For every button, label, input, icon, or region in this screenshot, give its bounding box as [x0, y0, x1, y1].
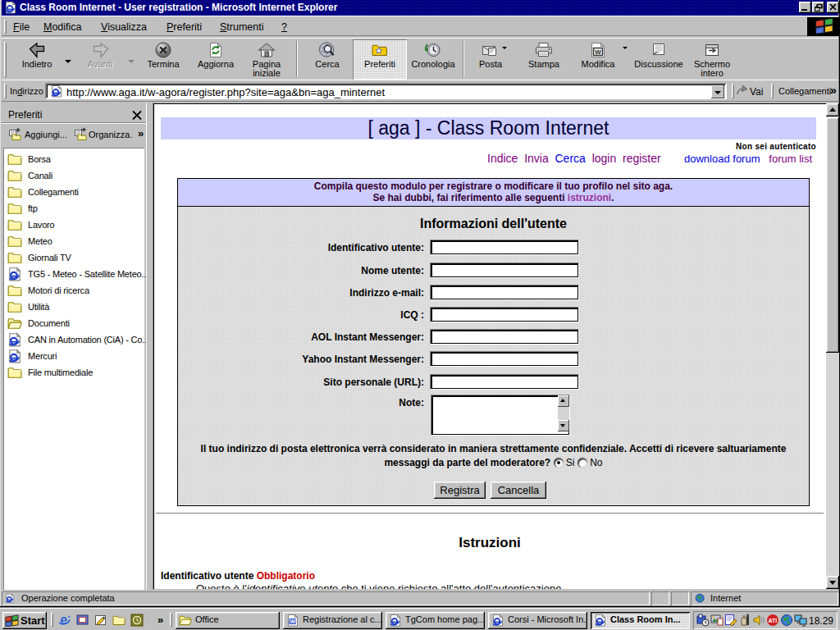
svg-text:ATI: ATI — [769, 618, 778, 623]
svg-text:W: W — [595, 48, 601, 56]
